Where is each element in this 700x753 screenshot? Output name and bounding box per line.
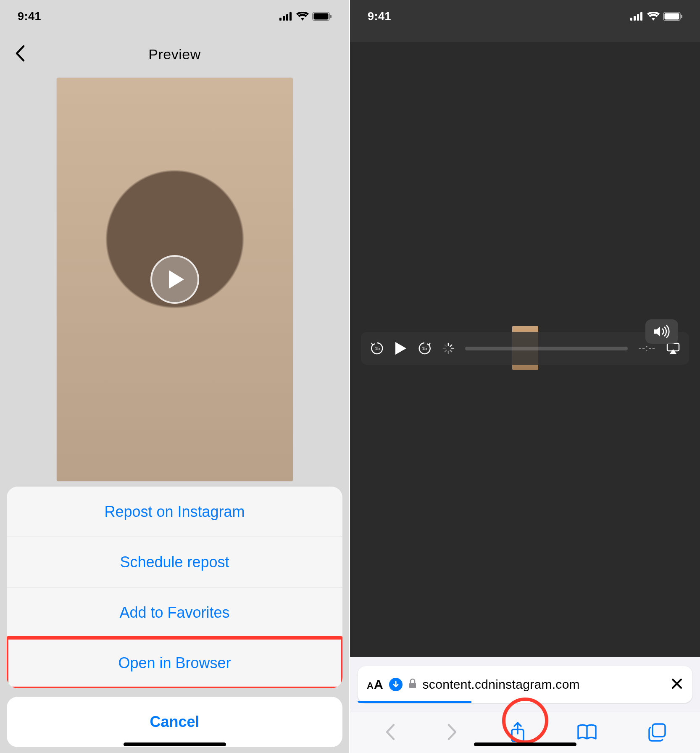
volume-button[interactable] [645,319,678,344]
toolbar-forward-button [446,722,459,743]
svg-marker-27 [654,326,660,337]
toolbar-bookmarks-button[interactable] [576,723,597,743]
video-controls: 15 15 --:-- [361,332,689,365]
safari-toolbar [350,712,700,753]
volume-icon [653,325,671,338]
elapsed-time: --:-- [639,343,655,354]
svg-rect-2 [286,14,288,21]
cellular-icon [279,12,293,21]
sheet-cancel[interactable]: Cancel [7,697,342,747]
svg-text:15: 15 [375,346,380,351]
status-icons [279,12,332,21]
home-indicator[interactable] [124,742,226,746]
wifi-icon [296,12,309,21]
status-time: 9:41 [368,10,391,23]
sheet-item-schedule[interactable]: Schedule repost [7,537,342,587]
status-icons [630,12,682,21]
svg-rect-34 [653,724,665,737]
svg-text:15: 15 [422,346,427,351]
close-icon [671,677,683,690]
svg-line-22 [445,350,447,352]
svg-rect-7 [630,18,632,21]
play-icon[interactable] [150,255,199,304]
downloads-badge[interactable] [389,678,403,691]
page-title: Preview [0,46,349,63]
screenshot-left: 9:41 Preview Repost on Instagram Schedul… [0,0,350,753]
toolbar-back-button [384,722,396,743]
page-load-progress [358,701,471,703]
url-text: scontent.cdninstagram.com [423,677,580,692]
svg-rect-13 [681,15,682,18]
share-icon [509,721,526,743]
loading-spinner-icon [442,342,454,354]
cellular-icon [630,12,644,21]
toolbar-share-button[interactable] [509,721,526,745]
tabs-icon [647,722,667,742]
play-icon[interactable] [395,342,406,355]
home-indicator[interactable] [474,742,576,746]
svg-marker-15 [395,342,406,355]
wifi-icon [647,12,660,21]
action-sheet: Repost on Instagram Schedule repost Add … [7,487,342,747]
nav-bar: Preview [0,35,349,73]
address-bar-container: AA scontent.cdninstagram.com [350,657,700,712]
airplay-icon[interactable] [666,342,680,354]
action-sheet-group: Repost on Instagram Schedule repost Add … [7,487,342,688]
toolbar-tabs-button[interactable] [647,722,667,743]
book-icon [576,723,597,741]
sheet-item-repost[interactable]: Repost on Instagram [7,487,342,537]
status-bar: 9:41 [350,0,700,33]
svg-line-18 [450,345,452,347]
svg-rect-10 [640,12,642,21]
forward-15-icon[interactable]: 15 [417,341,432,355]
sheet-item-open-in-browser[interactable]: Open in Browser [7,638,342,688]
text-size-control[interactable]: AA [367,677,383,692]
svg-marker-26 [670,349,676,354]
back-button[interactable] [14,45,25,64]
svg-rect-5 [314,13,329,20]
video-preview[interactable] [57,78,293,481]
stop-button[interactable] [671,677,683,692]
battery-icon [663,12,682,21]
svg-rect-29 [409,683,416,688]
status-time: 9:41 [18,10,41,23]
svg-rect-9 [637,14,639,21]
lock-icon [408,678,417,691]
svg-line-24 [445,345,447,347]
progress-track[interactable] [465,347,628,350]
svg-rect-8 [634,16,636,21]
status-bar: 9:41 [0,0,349,33]
battery-icon [312,12,332,21]
rewind-15-icon[interactable]: 15 [370,341,384,355]
svg-line-20 [450,350,452,352]
address-bar[interactable]: AA scontent.cdninstagram.com [358,666,692,703]
svg-rect-6 [330,15,332,18]
sheet-item-favorites[interactable]: Add to Favorites [7,587,342,638]
svg-rect-3 [289,12,292,21]
screenshot-right: 9:41 15 15 --:-- [350,0,700,753]
download-arrow-icon [392,681,400,688]
svg-rect-12 [665,13,679,20]
svg-rect-0 [279,18,282,21]
backdrop-dark [350,0,700,753]
svg-rect-1 [283,16,285,21]
